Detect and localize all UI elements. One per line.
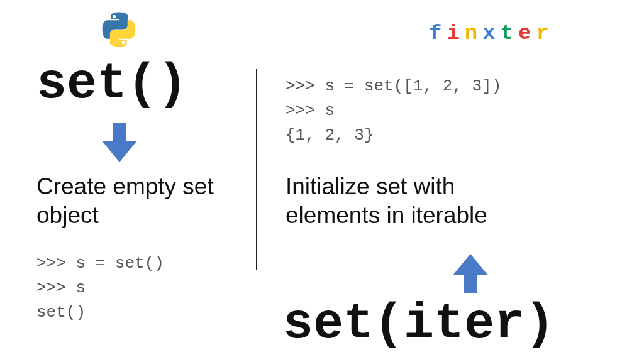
finxter-letter: r [536, 21, 553, 45]
empty-set-code-example: >>> s = set() >>> s set() [36, 251, 164, 325]
finxter-letter: f [429, 21, 447, 45]
empty-set-description: Create empty set object [36, 172, 244, 231]
arrow-down-icon [101, 123, 138, 165]
finxter-letter: x [482, 21, 500, 45]
python-logo-icon [101, 11, 137, 50]
finxter-letter: t [501, 21, 518, 45]
iterable-set-code-example: >>> s = set([1, 2, 3]) >>> s {1, 2, 3} [286, 74, 501, 148]
set-iter-heading: set(iter) [283, 295, 555, 353]
arrow-up-icon [452, 254, 489, 295]
finxter-logo: finxter [429, 21, 554, 45]
finxter-letter: n [465, 21, 482, 45]
finxter-letter: i [447, 21, 464, 45]
iterable-set-description: Initialize set with elements in iterable [286, 172, 550, 231]
finxter-letter: e [518, 21, 536, 45]
set-empty-heading: set() [36, 55, 187, 112]
vertical-divider [256, 69, 257, 270]
